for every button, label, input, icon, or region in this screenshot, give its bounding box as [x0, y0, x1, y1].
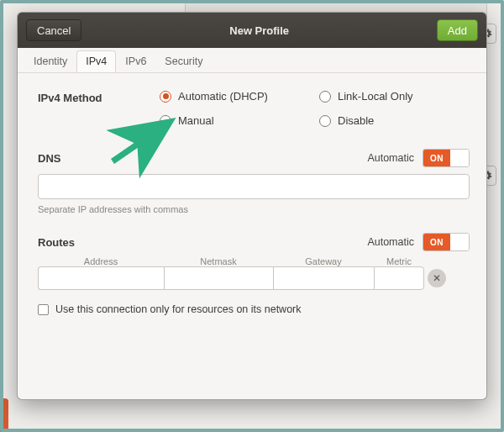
- switch-knob: [450, 234, 469, 250]
- radio-disable[interactable]: Disable: [319, 114, 454, 127]
- routes-title: Routes: [38, 236, 75, 249]
- dns-title: DNS: [38, 152, 60, 165]
- tab-bar: Identity IPv4 IPv6 Security: [18, 48, 486, 73]
- dns-input[interactable]: [38, 174, 470, 199]
- route-metric-input[interactable]: [374, 266, 424, 290]
- routes-col-netmask: Netmask: [164, 256, 273, 266]
- radio-label: Automatic (DHCP): [178, 90, 268, 103]
- add-button[interactable]: Add: [437, 19, 478, 41]
- radio-label: Disable: [338, 114, 374, 127]
- radio-dot-icon: [160, 115, 171, 127]
- only-resources-checkbox[interactable]: [38, 304, 49, 315]
- dns-automatic-label: Automatic: [367, 152, 414, 164]
- tab-ipv6[interactable]: IPv6: [116, 50, 155, 72]
- route-netmask-input[interactable]: [164, 266, 273, 290]
- radio-manual[interactable]: Manual: [160, 114, 319, 127]
- dialog-title: New Profile: [81, 24, 436, 37]
- route-delete-button[interactable]: ✕: [428, 269, 446, 287]
- tab-ipv4[interactable]: IPv4: [76, 50, 116, 72]
- dialog-header: Cancel New Profile Add: [18, 13, 486, 48]
- new-profile-dialog: Cancel New Profile Add Identity IPv4 IPv…: [17, 12, 487, 400]
- dns-hint: Separate IP addresses with commas: [38, 204, 470, 214]
- routes-automatic-toggle[interactable]: ON: [423, 233, 470, 251]
- routes-col-metric: Metric: [374, 256, 424, 266]
- routes-col-address: Address: [38, 256, 164, 266]
- switch-knob: [450, 150, 469, 166]
- routes-automatic-label: Automatic: [367, 236, 414, 248]
- cancel-button[interactable]: Cancel: [26, 19, 81, 41]
- radio-dot-icon: [319, 91, 331, 103]
- ipv4-method-label: IPv4 Method: [38, 90, 160, 104]
- tab-identity[interactable]: Identity: [24, 50, 76, 72]
- radio-dot-icon: [319, 115, 331, 127]
- radio-label: Manual: [178, 114, 214, 127]
- routes-col-gateway: Gateway: [273, 256, 374, 266]
- only-resources-label: Use this connection only for resources o…: [55, 303, 302, 315]
- close-icon: ✕: [433, 272, 441, 284]
- route-address-input[interactable]: [38, 266, 164, 290]
- dns-automatic-toggle[interactable]: ON: [423, 149, 470, 167]
- routes-row: ✕: [38, 266, 470, 290]
- switch-on-label: ON: [423, 150, 450, 166]
- route-gateway-input[interactable]: [273, 266, 374, 290]
- radio-automatic-dhcp[interactable]: Automatic (DHCP): [160, 90, 319, 103]
- tab-security[interactable]: Security: [155, 50, 212, 72]
- switch-on-label: ON: [423, 234, 450, 250]
- radio-label: Link-Local Only: [338, 90, 413, 103]
- radio-dot-icon: [160, 91, 171, 103]
- radio-link-local-only[interactable]: Link-Local Only: [319, 90, 454, 103]
